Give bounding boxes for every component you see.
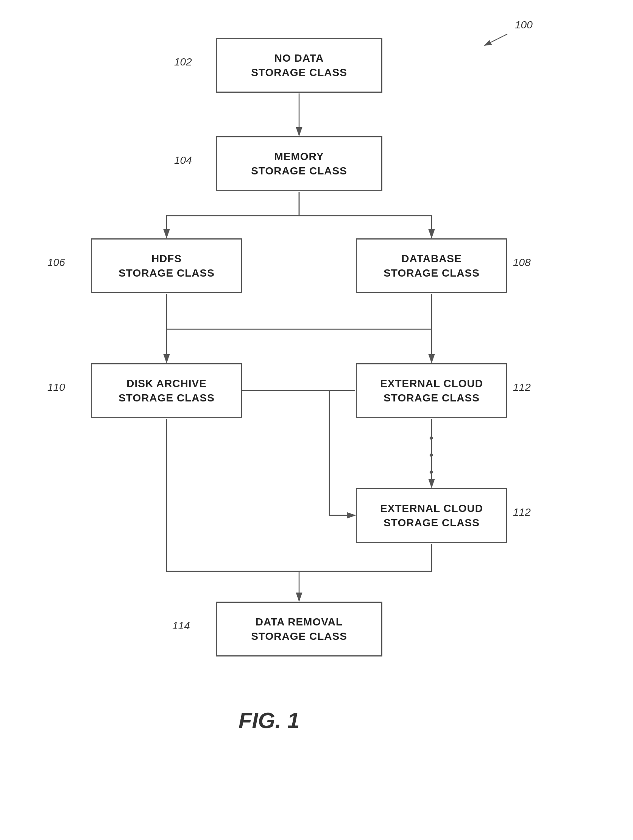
diagram-container: 100 NO DATA STORAGE CLASS 102 MEMORY STO…	[0, 0, 633, 840]
box-108: DATABASE STORAGE CLASS	[356, 238, 507, 293]
line-110-to-112b	[242, 390, 355, 515]
box-108-label: DATABASE STORAGE CLASS	[383, 252, 479, 280]
arrow-104-108	[299, 192, 432, 238]
box-110-label: DISK ARCHIVE STORAGE CLASS	[119, 376, 215, 405]
box-110: DISK ARCHIVE STORAGE CLASS	[91, 363, 242, 418]
arrow-ref100	[484, 34, 507, 46]
arrows-svg	[0, 0, 633, 840]
arrow-110-114	[166, 419, 299, 601]
ref-106-label: 106	[47, 257, 65, 268]
box-106: HDFS STORAGE CLASS	[91, 238, 242, 293]
box-114-label: DATA REMOVAL STORAGE CLASS	[251, 615, 347, 644]
ref-112b-label: 112	[513, 506, 531, 518]
ref-100-label: 100	[515, 19, 533, 31]
box-112b: EXTERNAL CLOUD STORAGE CLASS	[356, 488, 507, 543]
box-102: NO DATA STORAGE CLASS	[216, 38, 382, 93]
ref-114-label: 114	[172, 620, 190, 632]
box-114: DATA REMOVAL STORAGE CLASS	[216, 602, 382, 657]
ref-112a-label: 112	[513, 381, 531, 393]
ref-110-label: 110	[47, 381, 65, 393]
ref-104-label: 104	[174, 155, 192, 166]
box-112b-label: EXTERNAL CLOUD STORAGE CLASS	[380, 501, 483, 530]
figure-label: FIG. 1	[239, 707, 299, 733]
box-104: MEMORY STORAGE CLASS	[216, 136, 382, 191]
box-102-label: NO DATA STORAGE CLASS	[251, 51, 347, 80]
arrow-104-106	[166, 192, 299, 238]
ellipsis-dots: •••	[424, 429, 439, 480]
box-112a-label: EXTERNAL CLOUD STORAGE CLASS	[380, 376, 483, 405]
box-104-label: MEMORY STORAGE CLASS	[251, 150, 347, 178]
ref-102-label: 102	[174, 56, 192, 68]
line-112b-114	[299, 544, 432, 572]
box-112a: EXTERNAL CLOUD STORAGE CLASS	[356, 363, 507, 418]
box-106-label: HDFS STORAGE CLASS	[119, 252, 215, 280]
ref-108-label: 108	[513, 257, 531, 268]
